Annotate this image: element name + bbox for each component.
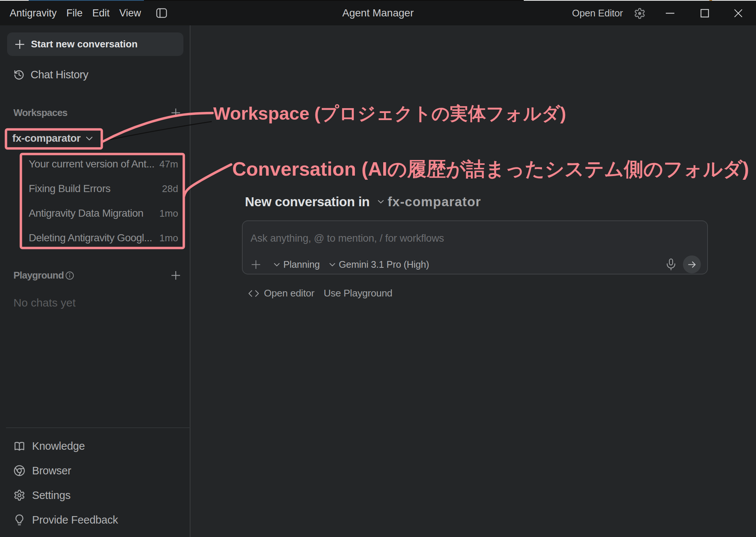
open-editor-button[interactable]: Open Editor [572,1,623,25]
chrome-icon [13,465,25,477]
workspaces-label: Workspaces [13,107,67,119]
open-editor-link[interactable]: Open editor [264,288,314,299]
menubar: Antigravity File Edit View [10,1,141,25]
chevron-down-icon [329,263,336,267]
conversation-item[interactable]: Deleting Antigravity Googl... 1mo [29,226,178,250]
chat-history-label: Chat History [31,69,88,81]
sidebar-item-label: Browser [32,465,71,477]
menu-edit[interactable]: Edit [92,1,110,25]
sidebar-item-label: Knowledge [32,440,85,452]
menu-file[interactable]: File [66,1,83,25]
sidebar-toggle-icon[interactable] [156,8,167,18]
conversation-time: 28d [162,183,178,195]
prompt-input[interactable] [251,231,661,246]
gear-icon [13,489,25,501]
model-label: Gemini 3.1 Pro (High) [339,259,429,270]
main-panel: New conversation in fx-comparator Planni… [191,25,756,537]
workspace-item-fx-comparator[interactable]: fx-comparator [12,132,93,144]
sidebar-item-provide-feedback[interactable]: Provide Feedback [13,508,177,532]
mode-selector[interactable]: Planning [274,259,320,270]
sidebar-item-label: Settings [32,489,70,502]
send-button[interactable] [683,255,701,273]
sidebar-item-knowledge[interactable]: Knowledge [13,434,177,458]
history-icon [13,69,25,81]
prompt-toolbar: Planning Gemini 3.1 Pro (High) [251,255,701,273]
conversation-time: 1mo [159,208,178,219]
add-playground-icon[interactable] [171,270,181,280]
conversation-item[interactable]: Fixing Build Errors 28d [29,176,178,201]
code-brackets-icon [248,290,259,297]
secondary-actions: Open editor Use Playground [248,288,393,299]
conversation-title: Your current version of Ant... [29,158,156,170]
use-playground-link[interactable]: Use Playground [324,288,392,299]
sidebar-item-label: Provide Feedback [32,514,118,526]
chevron-down-icon [274,263,280,267]
no-chats-text: No chats yet [13,296,76,309]
minimize-button[interactable] [658,1,682,25]
plus-icon [14,39,25,50]
close-button[interactable] [726,1,750,25]
conversation-item[interactable]: Antigravity Data Migration 1mo [29,201,178,226]
heading-workspace-name[interactable]: fx-comparator [388,194,481,209]
sidebar-item-browser[interactable]: Browser [13,458,177,483]
chat-history-item[interactable]: Chat History [13,69,88,81]
start-new-conversation-label: Start new conversation [31,38,138,50]
conversation-time: 1mo [159,232,178,244]
heading-text: New conversation in [245,194,370,209]
lightbulb-icon [13,514,25,526]
add-workspace-icon[interactable] [171,108,181,118]
sidebar: Start new conversation Chat History Work… [0,25,190,537]
workspace-name: fx-comparator [12,132,81,144]
menu-antigravity[interactable]: Antigravity [10,1,57,25]
conversation-title: Fixing Build Errors [29,183,159,195]
prompt-input-card: Planning Gemini 3.1 Pro (High) [242,220,708,274]
model-selector[interactable]: Gemini 3.1 Pro (High) [329,259,429,270]
new-conversation-heading: New conversation in fx-comparator [245,194,481,209]
menu-view[interactable]: View [119,1,141,25]
playground-header: Playground [13,270,181,281]
maximize-button[interactable] [692,1,717,25]
chevron-down-icon [86,136,93,141]
chevron-down-icon[interactable] [378,200,384,204]
conversation-title: Deleting Antigravity Googl... [29,232,156,244]
start-new-conversation-button[interactable]: Start new conversation [7,32,183,56]
sidebar-bottom-nav: Knowledge Browser Settings [13,434,177,532]
conversation-title: Antigravity Data Migration [29,207,156,219]
book-icon [13,440,25,452]
conversation-item[interactable]: Your current version of Ant... 47m [29,152,178,176]
playground-label: Playground [13,270,64,281]
titlebar: Antigravity File Edit View Agent Manager… [0,1,756,25]
conversation-list: Your current version of Ant... 47m Fixin… [29,152,178,250]
sidebar-divider [6,427,190,428]
conversation-time: 47m [159,158,178,170]
workspaces-header: Workspaces [13,107,181,119]
info-icon[interactable] [65,271,74,280]
attach-plus-icon[interactable] [251,260,261,270]
microphone-icon[interactable] [666,258,676,271]
mode-label: Planning [283,259,320,270]
settings-gear-icon[interactable] [634,7,646,19]
sidebar-item-settings[interactable]: Settings [13,483,177,508]
